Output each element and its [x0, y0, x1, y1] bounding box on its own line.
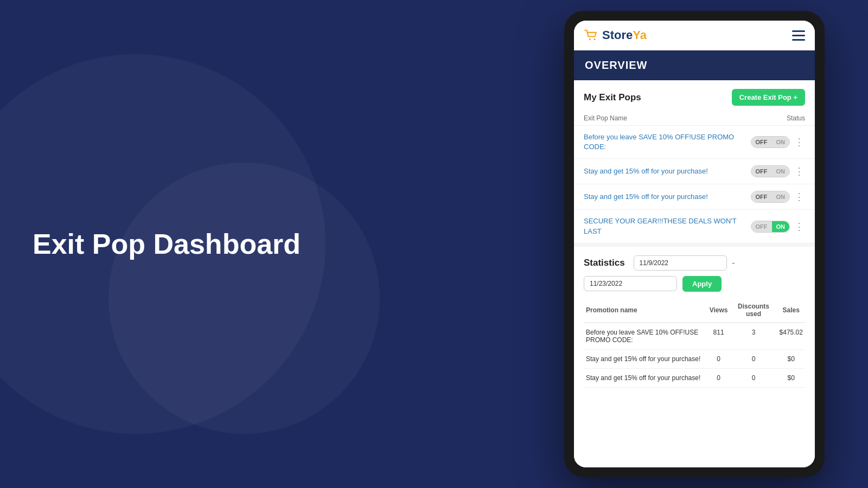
stats-views: 0: [707, 349, 730, 368]
toggle-on-label[interactable]: ON: [772, 191, 790, 202]
toggle-switch[interactable]: OFF ON: [751, 191, 790, 203]
date-to-input[interactable]: [584, 276, 677, 291]
stats-discounts: 3: [730, 323, 777, 350]
bg-decoration-2: [108, 163, 380, 434]
stats-sales: $475.02: [777, 323, 805, 350]
overview-banner: OVERVIEW: [574, 50, 815, 80]
toggle-off-label[interactable]: OFF: [751, 166, 772, 177]
more-options-icon[interactable]: ⋮: [793, 221, 805, 233]
svg-point-1: [593, 38, 595, 40]
overview-title: OVERVIEW: [585, 59, 804, 72]
stats-title: Statistics: [584, 258, 625, 268]
toggle-area[interactable]: OFF ON ⋮: [751, 221, 806, 233]
hamburger-icon[interactable]: [792, 30, 805, 41]
more-options-icon[interactable]: ⋮: [793, 165, 805, 177]
exit-pop-row: Stay and get 15% off for your purchase! …: [574, 184, 815, 210]
stats-discounts: 0: [730, 349, 777, 368]
stats-table-row: Before you leave SAVE 10% OFF!USE PROMO …: [584, 323, 805, 350]
logo-area: StoreYa: [584, 28, 647, 42]
stats-col-sales: Sales: [777, 298, 805, 323]
app-header: StoreYa: [574, 21, 815, 50]
page-heading: Exit Pop Dashboard: [33, 227, 301, 261]
exit-pop-row: SECURE YOUR GEAR!!!THESE DEALS WON'T LAS…: [574, 210, 815, 243]
stats-promotion-name: Stay and get 15% off for your purchase!: [584, 349, 707, 368]
stats-sales: $0: [777, 368, 805, 387]
app-content[interactable]: My Exit Pops Create Exit Pop + Exit Pop …: [574, 80, 815, 467]
stats-promotion-name: Stay and get 15% off for your purchase!: [584, 368, 707, 387]
statistics-section: Statistics - Apply Promotion name Views …: [574, 243, 815, 393]
left-panel: Exit Pop Dashboard: [33, 227, 301, 261]
stats-table-body: Before you leave SAVE 10% OFF!USE PROMO …: [584, 323, 805, 388]
date-separator: -: [732, 259, 735, 267]
exit-pop-row: Before you leave SAVE 10% OFF!USE PROMO …: [574, 126, 815, 159]
toggle-off-label[interactable]: OFF: [751, 137, 772, 147]
exit-pops-title: My Exit Pops: [584, 92, 641, 103]
more-options-icon[interactable]: ⋮: [793, 191, 805, 203]
svg-point-0: [589, 38, 591, 40]
exit-pop-name: Stay and get 15% off for your purchase!: [584, 166, 751, 176]
stats-table-row: Stay and get 15% off for your purchase! …: [584, 368, 805, 387]
stats-table: Promotion name Views Discounts used Sale…: [584, 298, 805, 388]
stats-promotion-name: Before you leave SAVE 10% OFF!USE PROMO …: [584, 323, 707, 350]
device-frame: StoreYa OVERVIEW My Exit Pops Create Exi…: [564, 11, 825, 477]
col-header-status: Status: [787, 114, 805, 122]
toggle-switch[interactable]: OFF ON: [751, 221, 790, 233]
cart-icon: [584, 29, 599, 41]
create-exit-pop-button[interactable]: Create Exit Pop +: [732, 89, 805, 106]
stats-table-row: Stay and get 15% off for your purchase! …: [584, 349, 805, 368]
exit-pop-name: SECURE YOUR GEAR!!!THESE DEALS WON'T LAS…: [584, 216, 751, 236]
toggle-off-label[interactable]: OFF: [751, 221, 772, 232]
stats-views: 811: [707, 323, 730, 350]
stats-col-discounts: Discounts used: [730, 298, 777, 323]
toggle-area[interactable]: OFF ON ⋮: [751, 136, 806, 148]
stats-sales: $0: [777, 349, 805, 368]
toggle-area[interactable]: OFF ON ⋮: [751, 191, 806, 203]
exit-pops-section-header: My Exit Pops Create Exit Pop +: [574, 80, 815, 111]
exit-pop-name: Before you leave SAVE 10% OFF!USE PROMO …: [584, 132, 751, 152]
date-from-input[interactable]: [634, 255, 727, 271]
toggle-switch[interactable]: OFF ON: [751, 165, 790, 177]
logo-text: StoreYa: [602, 28, 647, 42]
stats-col-name: Promotion name: [584, 298, 707, 323]
exit-pop-name: Stay and get 15% off for your purchase!: [584, 192, 751, 202]
exit-pop-list: Before you leave SAVE 10% OFF!USE PROMO …: [574, 126, 815, 243]
stats-table-header-row: Promotion name Views Discounts used Sale…: [584, 298, 805, 323]
toggle-on-label[interactable]: ON: [772, 221, 790, 232]
stats-header: Statistics - Apply: [584, 255, 805, 292]
exit-pop-row: Stay and get 15% off for your purchase! …: [574, 159, 815, 184]
stats-col-views: Views: [707, 298, 730, 323]
stats-views: 0: [707, 368, 730, 387]
toggle-area[interactable]: OFF ON ⋮: [751, 165, 806, 177]
more-options-icon[interactable]: ⋮: [793, 136, 805, 148]
toggle-on-label[interactable]: ON: [772, 166, 790, 177]
toggle-on-label[interactable]: ON: [772, 137, 790, 147]
stats-discounts: 0: [730, 368, 777, 387]
toggle-off-label[interactable]: OFF: [751, 191, 772, 202]
exit-pops-table-header: Exit Pop Name Status: [574, 111, 815, 126]
apply-button[interactable]: Apply: [682, 276, 722, 292]
col-header-name: Exit Pop Name: [584, 114, 627, 122]
device-screen: StoreYa OVERVIEW My Exit Pops Create Exi…: [574, 21, 815, 467]
toggle-switch[interactable]: OFF ON: [751, 136, 790, 148]
